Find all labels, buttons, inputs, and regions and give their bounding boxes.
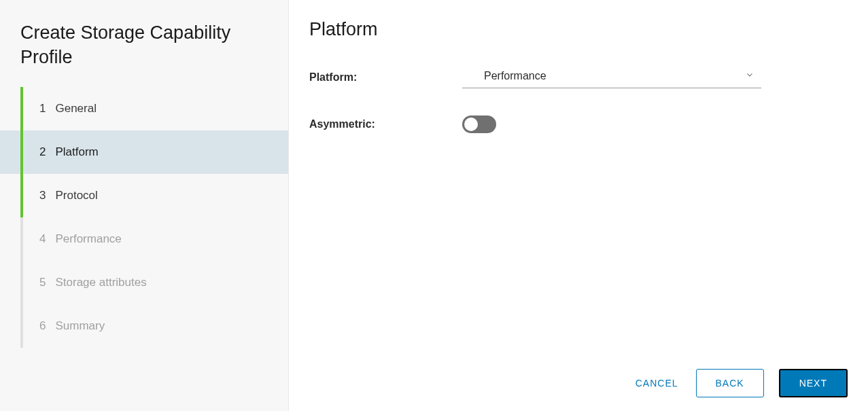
platform-select-wrap: Performance — [462, 66, 761, 88]
asymmetric-row: Asymmetric: — [309, 115, 848, 133]
step-protocol[interactable]: 3 Protocol — [0, 174, 288, 217]
back-button[interactable]: BACK — [696, 369, 764, 397]
step-performance[interactable]: 4 Performance — [0, 217, 288, 261]
cancel-button[interactable]: CANCEL — [633, 371, 681, 395]
step-number: 2 — [39, 145, 46, 159]
step-number: 5 — [39, 276, 46, 289]
page-title: Platform — [309, 19, 848, 40]
wizard-footer: CANCEL BACK NEXT — [309, 355, 848, 397]
wizard-steps: 1 General 2 Platform 3 Protocol 4 Perfor… — [0, 87, 288, 348]
toggle-knob — [464, 118, 478, 131]
wizard-title: Create Storage Capability Profile — [0, 20, 288, 87]
wizard-main: Platform Platform: Performance Asymmetri… — [289, 0, 868, 411]
platform-row: Platform: Performance — [309, 66, 848, 88]
step-number: 6 — [39, 319, 46, 333]
step-general[interactable]: 1 General — [0, 87, 288, 130]
step-number: 4 — [39, 232, 46, 246]
step-label: Platform — [55, 145, 98, 159]
step-summary[interactable]: 6 Summary — [0, 304, 288, 348]
step-label: Storage attributes — [55, 276, 146, 289]
step-platform[interactable]: 2 Platform — [0, 130, 288, 174]
wizard-container: Create Storage Capability Profile 1 Gene… — [0, 0, 868, 411]
next-button[interactable]: NEXT — [779, 369, 848, 397]
step-number: 3 — [39, 189, 46, 202]
platform-label: Platform: — [309, 71, 462, 84]
wizard-sidebar: Create Storage Capability Profile 1 Gene… — [0, 0, 289, 411]
step-label: Protocol — [55, 189, 97, 202]
asymmetric-label: Asymmetric: — [309, 118, 462, 130]
asymmetric-toggle[interactable] — [462, 115, 496, 133]
platform-select[interactable]: Performance — [462, 66, 761, 88]
step-label: Performance — [55, 232, 121, 246]
step-label: General — [55, 102, 96, 115]
step-number: 1 — [39, 102, 46, 115]
step-label: Summary — [55, 319, 105, 333]
step-storage-attributes[interactable]: 5 Storage attributes — [0, 261, 288, 304]
